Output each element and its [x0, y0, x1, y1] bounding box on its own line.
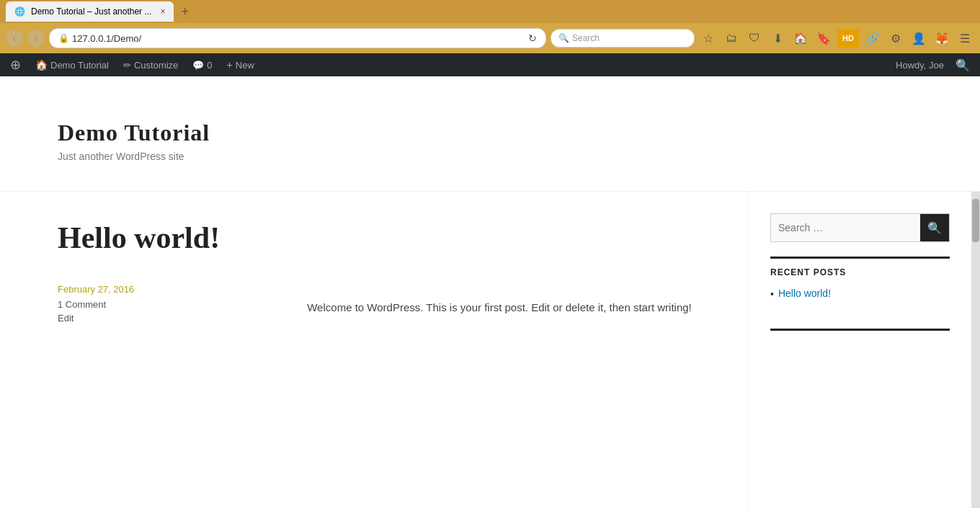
sidebar: 🔍 RECENT POSTS Hello world!	[748, 192, 971, 508]
sidebar-search-button[interactable]: 🔍	[920, 214, 949, 241]
link-button[interactable]: 🔗	[863, 29, 882, 48]
tab-close-button[interactable]: ×	[160, 6, 165, 17]
site-title: Demo Tutorial	[58, 120, 951, 146]
site-main: Hello world! February 27, 2016 1 Comment…	[0, 192, 980, 508]
scrollbar[interactable]	[971, 192, 980, 508]
sidebar-search-box[interactable]: 🔍	[770, 213, 950, 242]
media-button[interactable]: HD	[837, 29, 859, 48]
browser-search-box[interactable]: 🔍 Search	[551, 29, 695, 48]
bookmark-star-button[interactable]: ☆	[699, 29, 718, 48]
pocket-button[interactable]: 🗂	[722, 29, 741, 48]
howdy-text[interactable]: Howdy, Joe	[890, 60, 950, 71]
content-area: Hello world! February 27, 2016 1 Comment…	[0, 192, 748, 508]
sidebar-search-section: 🔍	[770, 213, 950, 242]
new-icon: +	[227, 59, 233, 71]
admin-site-label: Demo Tutorial	[50, 60, 109, 71]
settings-button[interactable]: ⚙	[886, 29, 905, 48]
recent-post-item: Hello world!	[770, 288, 950, 300]
recent-posts-section: RECENT POSTS Hello world!	[770, 267, 950, 300]
admin-bar-customize[interactable]: ✏ Customize	[117, 53, 184, 76]
post-title: Hello world!	[58, 220, 719, 255]
site-tagline: Just another WordPress site	[58, 151, 951, 162]
wp-logo-icon: ⊕	[10, 57, 21, 73]
shield-button[interactable]: 🛡	[745, 29, 764, 48]
home-button[interactable]: 🏠	[791, 29, 810, 48]
wp-logo-button[interactable]: ⊕	[4, 53, 27, 76]
refresh-button[interactable]: ↻	[528, 32, 537, 44]
site-icon: 🏠	[35, 59, 48, 71]
post-comments: 1 Comment	[58, 299, 134, 310]
address-bar: ‹ › 🔒 127.0.0.1/Demo/ ↻ 🔍 Search ☆ 🗂 🛡 ⬇…	[0, 23, 980, 53]
customize-icon: ✏	[123, 60, 131, 71]
back-button[interactable]: ‹	[6, 30, 23, 47]
bookmark-button[interactable]: 🔖	[814, 29, 833, 48]
admin-search-icon[interactable]: 🔍	[950, 58, 976, 72]
browser-toolbar-icons: ☆ 🗂 🛡 ⬇ 🏠 🔖 HD 🔗 ⚙ 👤 🦊 ☰	[699, 29, 974, 48]
menu-button[interactable]: ☰	[956, 29, 974, 48]
account-button[interactable]: 👤	[909, 29, 928, 48]
wp-admin-bar: ⊕ 🏠 Demo Tutorial ✏ Customize 💬 0 + New …	[0, 53, 980, 76]
url-icon: 🔒	[58, 33, 69, 43]
url-text: 127.0.0.1/Demo/	[72, 33, 525, 44]
sidebar-divider	[770, 257, 950, 259]
tab-title: Demo Tutorial – Just another ...	[31, 6, 151, 17]
new-tab-button[interactable]: +	[177, 4, 193, 19]
tab-bar: 🌐 Demo Tutorial – Just another ... × +	[0, 0, 980, 23]
post-content: Welcome to WordPress. This is your first…	[148, 284, 692, 324]
admin-bar-comments[interactable]: 💬 0	[187, 53, 218, 76]
post-date: February 27, 2016	[58, 284, 134, 295]
recent-post-link[interactable]: Hello world!	[778, 288, 831, 299]
comments-icon: 💬	[192, 60, 204, 71]
comments-count: 0	[207, 60, 212, 71]
post-body: February 27, 2016 1 Comment Edit Welcome…	[58, 269, 719, 324]
site-header: Demo Tutorial Just another WordPress sit…	[0, 76, 980, 192]
scrollbar-thumb[interactable]	[972, 199, 979, 242]
sidebar-search-input[interactable]	[771, 214, 920, 241]
customize-label: Customize	[134, 60, 178, 71]
admin-bar-site-name[interactable]: 🏠 Demo Tutorial	[30, 53, 115, 76]
admin-bar-right: Howdy, Joe 🔍	[890, 58, 976, 72]
forward-button[interactable]: ›	[27, 30, 45, 47]
url-bar[interactable]: 🔒 127.0.0.1/Demo/ ↻	[49, 28, 546, 48]
browser-window: 🌐 Demo Tutorial – Just another ... × + ‹…	[0, 0, 980, 508]
recent-posts-title: RECENT POSTS	[770, 267, 950, 277]
post-meta: February 27, 2016 1 Comment Edit	[58, 284, 134, 324]
download-button[interactable]: ⬇	[768, 29, 787, 48]
browser-search-icon: 🔍	[558, 33, 569, 43]
extension-button[interactable]: 🦊	[932, 29, 951, 48]
active-tab[interactable]: 🌐 Demo Tutorial – Just another ... ×	[6, 1, 174, 22]
site-content: Demo Tutorial Just another WordPress sit…	[0, 76, 980, 508]
browser-search-placeholder: Search	[572, 33, 600, 43]
post-edit: Edit	[58, 313, 134, 324]
recent-posts-list: Hello world!	[770, 288, 950, 300]
sidebar-bottom-divider	[770, 329, 950, 331]
admin-bar-new[interactable]: + New	[221, 53, 260, 76]
new-label: New	[236, 60, 254, 71]
tab-favicon: 🌐	[14, 6, 25, 17]
